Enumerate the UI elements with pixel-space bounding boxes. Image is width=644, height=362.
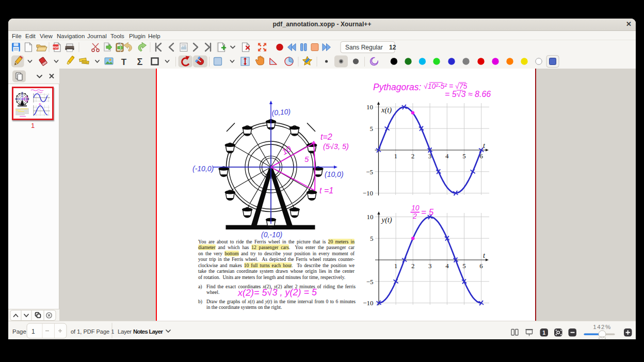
svg-text:2: 2 [411, 152, 415, 160]
svg-text:4: 4 [445, 152, 449, 160]
svg-text:t: t [483, 251, 486, 259]
svg-text:10: 10 [367, 213, 374, 221]
svg-text:5: 5 [304, 155, 309, 163]
svg-text:1: 1 [31, 328, 35, 335]
svg-text:5: 5 [370, 125, 374, 133]
svg-text:1: 1 [394, 262, 398, 270]
svg-text:5: 5 [462, 262, 466, 270]
svg-text:t=2: t=2 [320, 133, 332, 141]
svg-text:Pythagoras:: Pythagoras: [373, 82, 422, 92]
svg-text:Σ: Σ [137, 57, 143, 67]
svg-text:4: 4 [445, 262, 449, 270]
svg-text:Notes Layer: Notes Layer [133, 328, 164, 335]
svg-text:of 1, PDF Page 1: of 1, PDF Page 1 [71, 328, 114, 335]
svg-text:PDF: PDF [53, 46, 59, 49]
svg-text:= 5√3 ≈ 8.66: = 5√3 ≈ 8.66 [445, 90, 491, 98]
svg-text:(0,-10): (0,-10) [261, 231, 282, 239]
svg-text:1: 1 [394, 152, 397, 160]
svg-text:t: t [483, 141, 486, 150]
svg-text:−10: −10 [363, 299, 373, 307]
svg-text:−5: −5 [366, 168, 373, 176]
svg-text:12: 12 [389, 44, 396, 51]
svg-text:−5: −5 [366, 278, 374, 286]
svg-text:(5√3, 5): (5√3, 5) [323, 142, 349, 151]
svg-text:T: T [121, 57, 127, 67]
svg-text:142%: 142% [593, 324, 611, 330]
svg-text:3: 3 [428, 262, 432, 270]
svg-text:−10: −10 [363, 189, 373, 197]
svg-text:Layer: Layer [118, 328, 132, 335]
svg-text:5: 5 [462, 152, 466, 160]
svg-text:5: 5 [370, 235, 374, 242]
svg-text:10: 10 [281, 144, 293, 157]
svg-text:10: 10 [366, 103, 373, 111]
svg-text:(10,0): (10,0) [325, 170, 344, 178]
svg-text:t =1: t =1 [319, 186, 333, 195]
svg-text:x(t): x(t) [381, 106, 392, 114]
svg-text:2: 2 [411, 262, 415, 270]
svg-text:(0,10): (0,10) [271, 107, 291, 117]
svg-text:√10²-5² = √75: √10²-5² = √75 [424, 82, 467, 90]
svg-text:6: 6 [479, 262, 483, 270]
svg-text:(-10,0): (-10,0) [192, 164, 214, 173]
svg-text:= 5: = 5 [421, 207, 434, 217]
svg-text:Sans Regular: Sans Regular [345, 44, 383, 51]
svg-text:2: 2 [412, 212, 417, 220]
svg-text:y(t): y(t) [381, 216, 392, 224]
svg-text:10: 10 [411, 204, 420, 212]
svg-text:1: 1 [542, 330, 545, 336]
svg-text:Page: Page [12, 328, 26, 335]
